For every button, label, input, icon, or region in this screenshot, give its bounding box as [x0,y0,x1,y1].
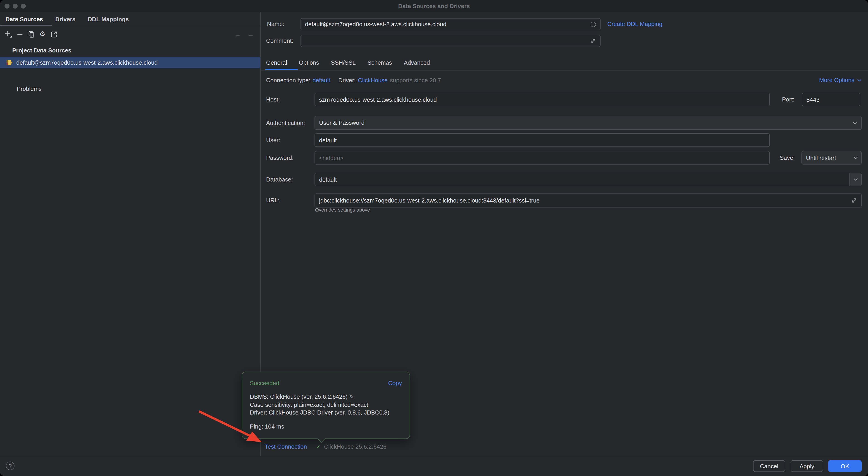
project-data-sources-header: Project Data Sources [12,47,71,54]
add-icon [4,30,12,38]
database-label: Database: [266,176,293,183]
ok-button[interactable]: OK [828,460,862,472]
create-ddl-mapping-link[interactable]: Create DDL Mapping [607,21,662,27]
open-in-new-icon [50,31,57,38]
url-label: URL: [266,197,279,204]
check-icon: ✓ [316,443,321,450]
back-icon: ← [234,30,241,38]
comment-label: Comment: [266,37,293,44]
form-tabs: General Options SSH/SSL Schemas Advanced [266,56,430,69]
status-ring-icon [591,22,596,27]
forward-button[interactable]: → [246,29,256,39]
tab-schemas[interactable]: Schemas [368,59,392,66]
titlebar: Data Sources and Drivers [0,0,868,12]
data-sources-dialog: Data Sources and Drivers Data Sources Dr… [0,0,868,476]
popup-details: DBMS: ClickHouse (ver. 25.6.2.6426)✎ Cas… [250,393,390,416]
host-input[interactable]: szm7oqed0o.us-west-2.aws.clickhouse.clou… [314,93,770,106]
save-label: Save: [780,155,795,161]
tab-ssh-ssl[interactable]: SSH/SSL [331,59,356,66]
chevron-down-icon [854,156,858,160]
duplicate-icon [27,31,35,38]
status-text: Succeeded [250,380,279,386]
gear-icon: ⚙ [39,31,45,37]
driver-label: Driver: [338,77,356,83]
tab-data-sources[interactable]: Data Sources [5,15,43,22]
connection-type-row: Connection type: default Driver: ClickHo… [266,76,441,84]
test-connection-result: ClickHouse 25.6.2.6426 [324,443,386,450]
window-title: Data Sources and Drivers [0,3,868,9]
data-source-name: default@szm7oqed0o.us-west-2.aws.clickho… [16,59,158,66]
authentication-select[interactable]: User & Password [314,116,862,130]
save-select[interactable]: Until restart [802,151,862,165]
remove-button[interactable] [14,29,25,39]
chevron-down-icon [852,121,857,125]
left-panel-toolbar: ⚙ ← → [0,26,260,42]
port-label: Port: [782,96,795,103]
add-button[interactable] [3,29,14,39]
expand-icon[interactable] [851,198,857,203]
connection-type-value-link[interactable]: default [312,77,330,83]
authentication-label: Authentication: [266,120,305,126]
driver-note: supports since 20.7 [390,77,441,83]
more-options-link[interactable]: More Options [819,77,862,83]
popup-pointer [317,435,325,443]
url-note: Overrides settings above [315,207,370,212]
help-button[interactable]: ? [6,462,14,470]
user-label: User: [266,137,280,143]
connection-type-label: Connection type: [266,77,310,83]
copy-link[interactable]: Copy [388,380,402,386]
edit-icon[interactable]: ✎ [349,394,354,400]
expand-icon[interactable] [591,38,596,44]
test-connection-link[interactable]: Test Connection [265,443,307,450]
name-label: Name: [267,21,284,27]
chevron-down-icon [853,177,858,182]
remove-icon [16,31,23,38]
help-icon: ? [9,463,11,469]
tab-options[interactable]: Options [299,59,319,66]
user-input[interactable]: default [314,133,770,147]
problems-item[interactable]: Problems [17,86,42,92]
database-dropdown-button[interactable] [849,173,861,186]
back-button[interactable]: ← [232,29,243,39]
tab-advanced[interactable]: Advanced [404,59,430,66]
tabs-divider [261,70,868,70]
name-input[interactable]: default@szm7oqed0o.us-west-2.aws.clickho… [301,18,600,30]
footer-divider [0,456,868,456]
chevron-down-icon [857,78,862,82]
tab-general[interactable]: General [266,59,287,66]
cancel-button[interactable]: Cancel [753,460,785,472]
apply-button[interactable]: Apply [790,460,823,472]
tab-drivers[interactable]: Drivers [55,15,75,22]
clickhouse-icon [6,60,12,66]
data-source-list-item[interactable]: default@szm7oqed0o.us-west-2.aws.clickho… [0,57,260,68]
open-in-new-button[interactable] [48,29,59,39]
url-input[interactable]: jdbc:clickhouse://szm7oqed0o.us-west-2.a… [314,194,862,207]
duplicate-button[interactable] [25,29,37,39]
annotation-arrow [193,406,270,449]
comment-input[interactable] [301,35,600,47]
password-placeholder: <hidden> [319,155,765,161]
left-panel-tabs: Data Sources Drivers DDL Mappings [0,12,260,26]
port-input[interactable]: 8443 [802,93,860,106]
driver-value-link[interactable]: ClickHouse [358,77,388,83]
password-label: Password: [266,155,293,161]
host-label: Host: [266,96,280,103]
settings-button[interactable]: ⚙ [37,29,48,39]
database-combobox[interactable]: default [314,173,862,186]
forward-icon: → [247,30,254,38]
password-input[interactable]: <hidden> [314,151,770,165]
tab-ddl-mappings[interactable]: DDL Mappings [88,15,129,22]
